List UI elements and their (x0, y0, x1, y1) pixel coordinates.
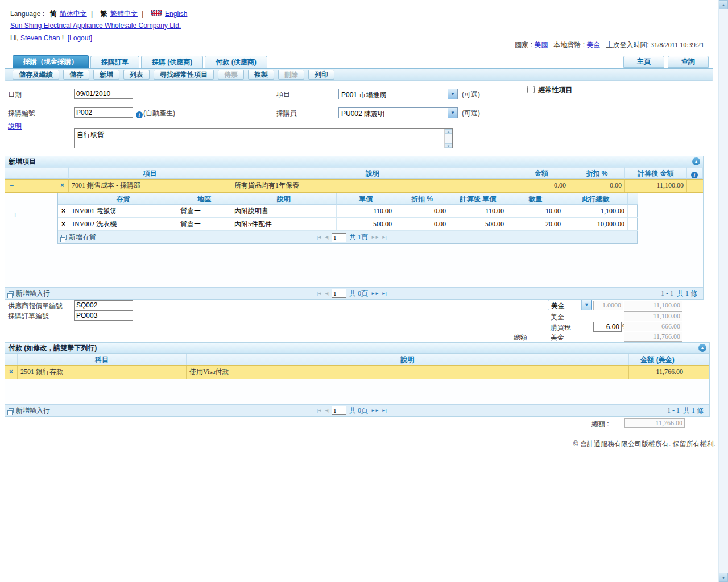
delete-row-icon[interactable]: × (58, 205, 69, 218)
item-description: 所有貨品均有1年保養 (231, 180, 514, 192)
scroll-up-icon[interactable]: ▲ (719, 0, 728, 9)
subtotal-local-input (624, 311, 682, 321)
scroll-up-icon[interactable]: ▲ (445, 129, 452, 134)
page-total: 共 1頁 (349, 232, 368, 242)
link-english[interactable]: English (165, 10, 187, 18)
inquiry-button[interactable]: 查詢 (668, 56, 709, 68)
company-bar: Sun Shing Electrical Appliance Wholesale… (10, 22, 181, 30)
pager-prev-icon[interactable]: ◄| (324, 291, 329, 296)
tab-purchase-supplier[interactable]: 採購 (供應商) (141, 56, 203, 69)
pager-last-icon[interactable]: ►| (382, 408, 386, 413)
inventory-row[interactable]: × INV002 洗衣機 貨倉一 內附5件配件 500.00 0.00 500.… (58, 218, 637, 231)
page-input[interactable] (332, 289, 346, 298)
col-description: 說明 (231, 167, 514, 179)
pager-next-icon[interactable]: ►► (371, 408, 379, 413)
delete-row-icon[interactable]: × (5, 366, 18, 379)
auto-generate-hint: (自動產生) (143, 109, 175, 117)
collapse-icon[interactable]: ▲ (692, 157, 700, 165)
logout-link[interactable]: [Logout] (68, 34, 92, 42)
pager-next-icon[interactable]: ►► (371, 291, 379, 296)
project-select[interactable]: P001 市場推廣 ▼ (338, 89, 458, 99)
purchase-order-input[interactable] (74, 310, 133, 321)
pager-first-icon[interactable]: |◄ (317, 291, 321, 296)
company-link[interactable]: Sun Shing Electrical Appliance Wholesale… (10, 22, 181, 30)
copy-button[interactable]: 複製 (248, 70, 274, 80)
payment-amount: 11,766.00 (629, 366, 686, 379)
tab-purchase-order[interactable]: 採購訂單 (90, 56, 139, 69)
discount: 0.00 (395, 218, 449, 231)
pager-first-icon[interactable]: |◄ (317, 408, 321, 413)
add-row-icon (9, 408, 14, 413)
chevron-down-icon[interactable]: ▼ (448, 108, 457, 118)
country-link[interactable]: 美國 (534, 41, 548, 49)
payment-row[interactable]: × 2501 銀行存款 使用Visa付款 11,766.00 (5, 365, 709, 379)
purchaser-select[interactable]: PU002 陳震明 ▼ (338, 107, 458, 118)
collapse-row-icon[interactable]: − (5, 180, 56, 192)
last-login-value: 31/8/2011 10:39:21 (651, 41, 704, 49)
simplified-prefix: 简 (49, 10, 56, 18)
info-icon: i (691, 172, 698, 178)
col-unit-price: 單價 (337, 193, 395, 205)
local-currency-link[interactable]: 美金 (586, 41, 600, 49)
tab-payment-supplier[interactable]: 付款 (供應商) (205, 56, 267, 69)
currency-select[interactable]: 美金 ▼ (548, 300, 592, 310)
unit-price: 110.00 (337, 205, 395, 218)
save-and-continue-button[interactable]: 儲存及繼續 (13, 70, 59, 80)
description-textarea[interactable]: 自行取貨 ▲ ▼ (74, 128, 453, 148)
supplier-quote-label: 供應商報價單編號 (8, 301, 63, 311)
scroll-down-icon[interactable]: ▼ (719, 573, 728, 582)
payment-panel-header: 付款 (如修改，請雙擊下列行) ▲ (5, 343, 709, 354)
supplier-quote-input[interactable] (74, 300, 133, 310)
nav-buttons: 主頁 查詢 (623, 56, 709, 68)
sub-delete-column-header (58, 193, 69, 205)
home-button[interactable]: 主頁 (623, 56, 664, 68)
collapse-icon[interactable]: ▲ (698, 344, 706, 352)
purchase-order-label: 採購訂單編號 (8, 311, 49, 321)
new-button[interactable]: 新增 (93, 70, 119, 80)
page-input[interactable] (332, 406, 346, 415)
save-button[interactable]: 儲存 (63, 70, 89, 80)
pager-next-icon[interactable]: ►► (371, 235, 379, 240)
list-button[interactable]: 列表 (123, 70, 150, 80)
print-button[interactable]: 列印 (308, 70, 334, 80)
recurring-checkbox[interactable] (527, 86, 535, 93)
items-panel-title: 新增項目 (9, 157, 36, 165)
link-traditional-chinese[interactable]: 繁體中文 (110, 10, 138, 18)
item-row[interactable]: − × 7001 銷售成本 - 採購部 所有貨品均有1年保養 0.00 0.00… (5, 179, 703, 193)
date-input[interactable] (74, 89, 133, 99)
textarea-scrollbar[interactable]: ▲ ▼ (444, 129, 452, 148)
grand-total-input (624, 418, 685, 428)
delete-column-header (56, 167, 69, 179)
delete-row-icon[interactable]: × (58, 218, 69, 231)
pager-prev-icon[interactable]: ◄| (324, 408, 329, 413)
find-recurring-button[interactable]: 尋找經常性項目 (154, 70, 214, 80)
pager-first-icon[interactable]: |◄ (317, 235, 321, 240)
col-discount: 折扣 % (569, 167, 625, 179)
add-input-row-link[interactable]: 新增輸入行 (16, 289, 50, 298)
chevron-down-icon[interactable]: ▼ (581, 300, 592, 310)
page-scrollbar[interactable]: ▲ ▼ (718, 0, 728, 582)
item-amount: 0.00 (514, 180, 569, 192)
purchase-no-input[interactable] (74, 107, 133, 118)
pager-last-icon[interactable]: ►| (382, 291, 386, 296)
add-stock-link[interactable]: 新增存貨 (69, 232, 96, 242)
pager-last-icon[interactable]: ►| (382, 235, 386, 240)
delete-row-icon[interactable]: × (56, 180, 69, 192)
scroll-down-icon[interactable]: ▼ (445, 143, 452, 148)
link-simplified-chinese[interactable]: 简体中文 (60, 10, 87, 18)
items-table-header: 項目 說明 金額 折扣 % 計算後 金額 i (5, 167, 703, 179)
tax-rate-input[interactable] (593, 322, 622, 332)
page-input[interactable] (332, 233, 346, 242)
inventory-row[interactable]: × INV001 電飯煲 貨倉一 內附說明書 110.00 0.00 110.0… (58, 205, 637, 218)
add-payment-row-link[interactable]: 新增輸入行 (16, 406, 50, 415)
pager-prev-icon[interactable]: ◄| (324, 235, 329, 240)
traditional-prefix: 繁 (101, 10, 107, 18)
user-link[interactable]: Steven Chan (20, 34, 60, 42)
description-link[interactable]: 說明 (8, 122, 22, 131)
voucher-button: 傳票 (218, 70, 244, 80)
purchaser-optional-hint: (可選) (462, 109, 480, 118)
chevron-down-icon[interactable]: ▼ (448, 89, 457, 99)
trailing-cell (628, 218, 638, 231)
tab-purchase-cash[interactable]: 採購（現金採購） (13, 55, 89, 69)
tab-bar: 採購（現金採購） 採購訂單 採購 (供應商) 付款 (供應商) (13, 55, 267, 69)
